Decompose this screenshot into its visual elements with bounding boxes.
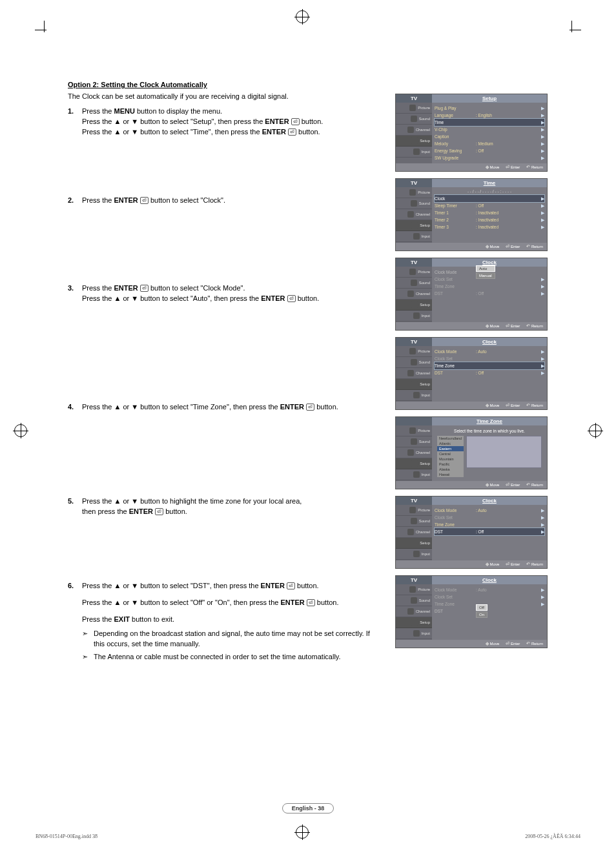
enter-icon: ⏎ [140,197,149,204]
tab-label: Input [422,393,430,397]
registration-mark-icon [589,424,602,437]
osd-header: Time Zone [396,417,547,425]
osd-sidebar-tab: Input [396,549,432,560]
timezone-item: Hawaii [437,472,464,477]
registration-mark-icon [14,424,27,437]
step-note-item: Depending on the broadcast station and s… [82,629,378,650]
osd-row-arrow-icon: ▶ [539,363,544,369]
tab-icon [407,608,414,615]
osd-sidebar-tab: Picture [396,584,432,595]
osd-sidebar-tab: Channel [396,527,432,538]
step-item: 3.Press the ENTER ⏎ button to select "Cl… [68,283,378,304]
osd-footer-enter: ⏎ Enter [506,165,520,170]
instruction-steps: 1.Press the MENU button to display the m… [68,107,378,662]
osd-row-arrow-icon: ▶ [539,515,544,520]
osd-row-arrow-icon: ▶ [539,529,544,535]
tab-icon [409,269,416,275]
step-number: 6. [68,581,74,591]
step-notes: Depending on the broadcast station and s… [82,629,378,662]
osd-title: Clock [432,576,547,584]
page-footer: English - 38 [0,803,616,813]
osd-row: Timer 3: Inactivated▶ [435,223,544,230]
osd-row: Caption▶ [435,133,544,140]
osd-row-key: Clock Mode [435,508,476,513]
tab-icon [407,211,414,218]
osd-row-key: Time Zone [435,363,476,368]
step-note-item: The Antenna or cable must be connected i… [82,652,378,662]
osd-row-arrow-icon: ▶ [539,141,544,147]
osd-footer-move: ◆ Move [486,165,499,170]
osd-option-boxes: AutoManual [476,265,495,279]
tab-label: Input [422,552,430,556]
osd-sidebar: PictureSoundChannelSetupInput [396,187,432,243]
osd-sidebar-tab: Picture [396,187,432,198]
osd-screenshots-column: TVSetupPictureSoundChannelSetupInputPlug… [395,94,546,655]
osd-tv-label [396,417,432,425]
enter-icon: ⏎ [288,128,296,136]
osd-row-key: Timer 2 [435,218,476,222]
osd-body: PictureSoundChannelSetupInputClock Mode:… [396,584,547,640]
step-line: Press the EXIT button to exit. [82,615,378,625]
osd-row-arrow-icon: ▶ [539,134,544,139]
step-item: 1.Press the MENU button to display the m… [68,107,378,138]
osd-sidebar-tab: Channel [396,447,432,458]
osd-row-arrow-icon: ▶ [539,522,544,527]
osd-row-key: DST [435,529,476,534]
crop-mark [44,21,45,32]
osd-sidebar-tab: Sound [396,114,432,125]
tab-label: Picture [418,270,430,274]
tab-label: Picture [418,588,430,591]
step-number: 2. [68,196,74,206]
tab-icon [411,438,417,445]
step-item: 4.Press the ▲ or ▼ button to select "Tim… [68,402,378,413]
osd-row-value: : Auto [476,508,539,513]
osd-row-key: DST [435,291,476,296]
enter-icon: ⏎ [140,285,149,292]
osd-row-value: : Auto [476,349,539,354]
osd-row-key: Time Zone [435,522,476,527]
osd-row: Energy Saving: Off▶ [435,147,544,154]
osd-sidebar-tab: Setup [396,136,432,147]
osd-row-key: Time Zone [435,284,476,289]
osd-screenshot: TVTimePictureSoundChannelSetupInput- - /… [395,178,548,251]
step-number: 4. [68,402,74,413]
tab-label: Channel [416,212,430,216]
tab-icon [407,127,414,133]
osd-row: Timer 1: Inactivated▶ [435,209,544,216]
osd-row-arrow-icon: ▶ [539,349,544,354]
enter-icon: ⏎ [155,508,163,515]
step-number: 5. [68,496,74,507]
osd-footer-move: ◆ Move [486,562,499,567]
tab-icon [411,597,417,604]
osd-row-value: : Off [476,371,539,375]
osd-sidebar-tab: Setup [396,617,432,628]
tab-label: Picture [418,190,430,194]
tab-label: Channel [416,451,430,455]
step-line: Press the ▲ or ▼ button to highlight the… [82,496,378,507]
osd-header: TVSetup [396,94,547,103]
tab-icon [407,449,414,456]
tab-icon [407,291,414,297]
enter-icon: ⏎ [287,582,295,589]
osd-sidebar: PictureSoundChannelSetupInput [396,425,432,481]
osd-tv-label: TV [396,576,432,584]
osd-row-arrow-icon: ▶ [539,156,544,161]
tab-icon [411,381,418,387]
tab-label: Input [422,631,430,635]
osd-body: PictureSoundChannelSetupInputSelect the … [396,425,547,481]
osd-date-bar: - - / - - / - - - - / - - : - - - - [435,189,544,194]
osd-footer-return: ↶ Return [526,482,543,487]
tab-label: Input [422,234,430,238]
osd-screenshot: TVClockPictureSoundChannelSetupInputCloc… [395,258,548,331]
tab-label: Input [422,473,430,476]
keyword-bold: ENTER [129,507,153,515]
tab-label: Channel [416,530,430,534]
osd-row: Time Zone▶ [435,283,544,290]
osd-title: Setup [432,94,547,103]
tab-icon [413,312,420,319]
osd-row-value: : Off [476,529,539,534]
osd-row-key: Timer 3 [435,225,476,229]
osd-body: PictureSoundChannelSetupInputClock ModeA… [396,267,547,322]
osd-body: PictureSoundChannelSetupInput- - / - - /… [396,187,547,243]
osd-sidebar-tab: Channel [396,368,432,379]
